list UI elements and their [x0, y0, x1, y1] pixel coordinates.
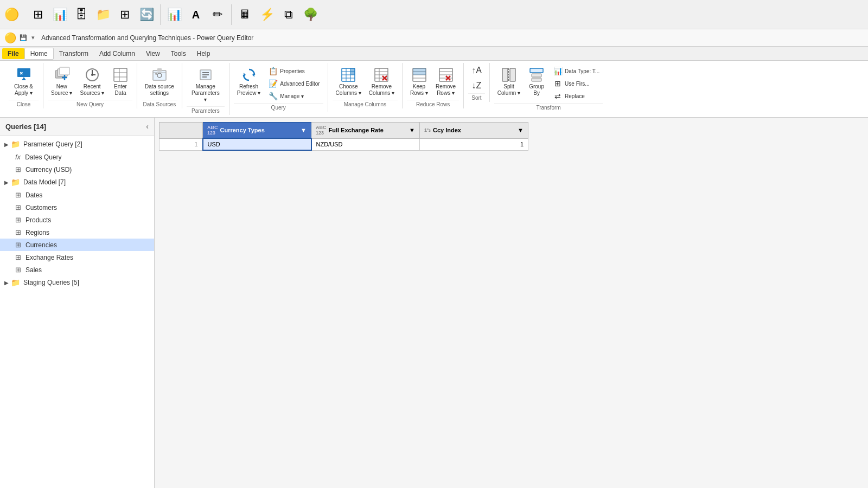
- dates-item[interactable]: ⊞ Dates: [0, 189, 154, 201]
- enter-data-icon: [112, 66, 129, 84]
- dates-query-item[interactable]: fx Dates Query: [0, 151, 154, 163]
- split-column-button[interactable]: SplitColumn ▾: [494, 64, 524, 99]
- data-model-label: Data Model [7]: [23, 178, 66, 186]
- toolbar-sep-2: [231, 4, 232, 25]
- menu-help[interactable]: Help: [192, 48, 216, 59]
- save-icon[interactable]: 💾: [20, 34, 27, 41]
- data-type-button[interactable]: 📊 Data Type: T...: [550, 65, 603, 77]
- collapse-panel-button[interactable]: ‹: [146, 122, 149, 131]
- ccy-index-header[interactable]: 1²₃ Ccy Index ▼: [420, 123, 528, 139]
- calculator-toolbar-icon[interactable]: 🖩: [235, 7, 256, 22]
- data-source-settings-button[interactable]: Data sourcesettings: [142, 64, 177, 99]
- menu-transform[interactable]: Transform: [54, 48, 94, 59]
- cell-usd[interactable]: USD: [203, 138, 311, 150]
- data-grid: ABC123 Currency Types ▼ ABC123 Full Exch…: [159, 122, 528, 151]
- sales-icon: ⊞: [15, 266, 21, 274]
- recent-sources-button[interactable]: RecentSources ▾: [76, 64, 107, 99]
- refresh-preview-button[interactable]: RefreshPreview ▾: [234, 64, 264, 99]
- recent-sources-label: RecentSources ▾: [80, 84, 104, 97]
- choose-columns-button[interactable]: ChooseColumns ▾: [333, 64, 365, 99]
- svg-text:✖: ✖: [20, 71, 23, 76]
- refresh-preview-icon: [240, 66, 258, 84]
- new-source-icon: [53, 66, 71, 84]
- queries-header: Queries [14] ‹: [0, 118, 154, 136]
- enter-data-button[interactable]: EnterData: [108, 64, 132, 99]
- menu-tools[interactable]: Tools: [165, 48, 192, 59]
- full-exchange-rate-type-icon: ABC123: [316, 125, 327, 136]
- currencies-item[interactable]: ⊞ Currencies: [0, 239, 154, 251]
- menu-view[interactable]: View: [141, 48, 165, 59]
- properties-button[interactable]: 📋 Properties: [265, 65, 323, 77]
- staging-queries-folder-icon: 📁: [11, 278, 20, 287]
- advanced-editor-button[interactable]: 📝 Advanced Editor: [265, 78, 323, 89]
- customers-label: Customers: [25, 204, 57, 211]
- database-toolbar-icon[interactable]: 🗄: [71, 7, 92, 22]
- close-apply-button[interactable]: ✖ Close &Apply ▾: [9, 64, 39, 99]
- currency-types-label: Currency Types: [220, 127, 265, 133]
- pencil-toolbar-icon[interactable]: ✏: [207, 7, 228, 22]
- exchange-rates-item[interactable]: ⊞ Exchange Rates: [0, 251, 154, 264]
- table-toolbar-icon[interactable]: ⊞: [28, 7, 48, 22]
- customers-item[interactable]: ⊞ Customers: [0, 201, 154, 214]
- sort-descending-button[interactable]: ↓Z: [469, 79, 485, 92]
- data-model-group-header[interactable]: ▶ 📁 Data Model [7]: [0, 176, 154, 189]
- manage-columns-group-label: Manage Columns: [333, 100, 398, 107]
- cell-ccy-index[interactable]: 1: [420, 138, 528, 150]
- dates-query-label: Dates Query: [25, 153, 61, 161]
- cell-exchange-rate[interactable]: NZD/USD: [311, 138, 420, 150]
- app-icon: 🟡: [4, 32, 16, 44]
- full-exchange-rate-filter-btn[interactable]: ▼: [409, 127, 415, 133]
- manage-parameters-button[interactable]: ManageParameters ▾: [187, 64, 225, 105]
- layers-toolbar-icon[interactable]: ⧉: [278, 7, 299, 22]
- text-a-toolbar-icon[interactable]: A: [186, 8, 206, 22]
- group-by-label: GroupBy: [529, 84, 544, 97]
- currency-usd-item[interactable]: ⊞ Currency (USD): [0, 163, 154, 176]
- queries-title: Queries [14]: [5, 123, 46, 131]
- currency-types-filter-btn[interactable]: ▼: [301, 127, 307, 133]
- group-by-button[interactable]: GroupBy: [525, 64, 548, 99]
- products-item[interactable]: ⊞ Products: [0, 214, 154, 226]
- currency-types-type-icon: ABC123: [207, 125, 218, 136]
- toolbar-sep-1: [160, 4, 161, 25]
- grid-toolbar-icon[interactable]: ⊞: [114, 7, 135, 22]
- data-sources-ribbon-group: Data sourcesettings Data Sources: [137, 63, 182, 108]
- manage-icon: 🔧: [268, 92, 278, 100]
- svg-rect-55: [510, 68, 515, 81]
- svg-rect-46: [413, 68, 426, 72]
- chart-bar-toolbar-icon[interactable]: 📊: [164, 7, 184, 22]
- menu-add-column[interactable]: Add Column: [94, 48, 141, 59]
- manage-label: Manage ▾: [280, 93, 304, 99]
- ccy-index-filter-btn[interactable]: ▼: [518, 127, 524, 133]
- manage-button[interactable]: 🔧 Manage ▾: [265, 90, 323, 102]
- folder-toolbar-icon[interactable]: 📁: [93, 7, 113, 22]
- manage-columns-ribbon-group: ChooseColumns ▾ RemoveColumns ▾: [328, 63, 403, 108]
- keep-rows-button[interactable]: KeepRows ▾: [407, 64, 431, 99]
- spreadsheet-toolbar-icon[interactable]: 📊: [49, 7, 70, 22]
- keep-rows-icon: [411, 66, 428, 84]
- full-exchange-rate-header[interactable]: ABC123 Full Exchange Rate ▼: [311, 123, 420, 139]
- remove-rows-button[interactable]: RemoveRows ▾: [432, 64, 459, 99]
- staging-queries-group-header[interactable]: ▶ 📁 Staging Queries [5]: [0, 276, 154, 289]
- sales-item[interactable]: ⊞ Sales: [0, 264, 154, 276]
- hierarchy-toolbar-icon[interactable]: 🌳: [300, 7, 321, 22]
- remove-columns-button[interactable]: RemoveColumns ▾: [366, 64, 398, 99]
- replace-values-button[interactable]: ⇄ Replace: [550, 90, 603, 102]
- svg-point-18: [155, 73, 157, 75]
- new-query-ribbon-group: NewSource ▾ RecentSources ▾: [43, 63, 137, 108]
- sort-ascending-button[interactable]: ↑A: [468, 64, 485, 77]
- dropdown-arrow-title[interactable]: ▾: [31, 34, 35, 41]
- use-first-row-label: Use Firs...: [565, 81, 590, 87]
- use-first-row-button[interactable]: ⊞ Use Firs...: [550, 78, 603, 89]
- parameter-query-group-header[interactable]: ▶ 📁 Parameter Query [2]: [0, 138, 154, 151]
- sort-group-label: Sort: [468, 93, 485, 101]
- menu-home[interactable]: Home: [24, 48, 54, 60]
- query-ribbon-group: RefreshPreview ▾ 📋 Properties 📝 Advanced…: [229, 63, 328, 112]
- regions-item[interactable]: ⊞ Regions: [0, 226, 154, 239]
- reduce-rows-ribbon-group: KeepRows ▾ RemoveRows ▾ Reduce Rows: [403, 63, 464, 108]
- menu-file[interactable]: File: [2, 48, 24, 59]
- lightning-toolbar-icon[interactable]: ⚡: [257, 7, 277, 22]
- refresh-toolbar-icon[interactable]: 🔄: [136, 7, 157, 22]
- data-grid-container[interactable]: ABC123 Currency Types ▼ ABC123 Full Exch…: [155, 118, 868, 488]
- currency-types-header[interactable]: ABC123 Currency Types ▼: [203, 123, 311, 139]
- new-source-button[interactable]: NewSource ▾: [48, 64, 75, 99]
